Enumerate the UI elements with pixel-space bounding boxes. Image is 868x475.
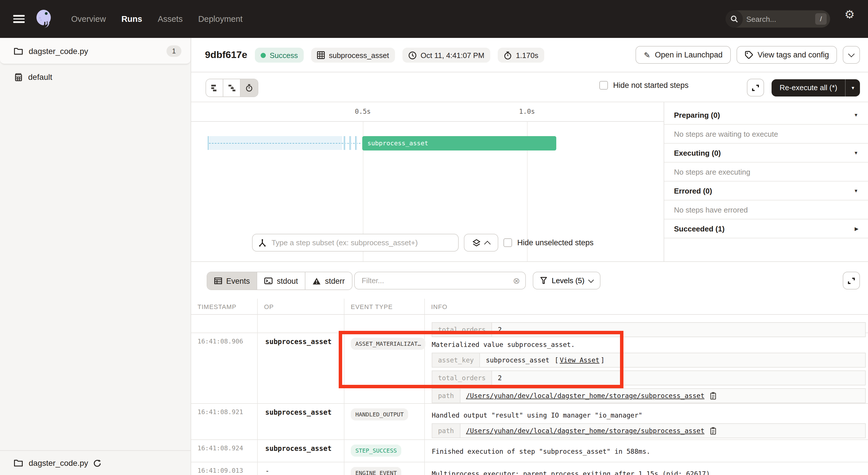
table-icon [214, 277, 222, 285]
metadata-text: 2 [498, 374, 502, 382]
clear-filter-icon[interactable]: ⊗ [513, 275, 520, 286]
status-section-header-4[interactable]: Succeeded (1)▶ [664, 219, 868, 238]
status-section-header-1[interactable]: Preparing (0)▼ [664, 106, 868, 125]
waiting-dashed-line [209, 143, 361, 143]
gantt-fullscreen-button[interactable] [747, 79, 764, 96]
status-section-header-2[interactable]: Executing (0)▼ [664, 144, 868, 162]
terminal-icon [265, 277, 273, 285]
waterfall-view-button[interactable] [223, 79, 241, 96]
cell-event-type: HANDLED_OUTPUT [344, 404, 425, 439]
event-type-badge: STEP_SUCCESS [351, 445, 402, 456]
bracket: [ [551, 356, 559, 364]
log-row: 16:41:08.921subprocess_assetHANDLED_OUTP… [191, 404, 868, 440]
top-nav: OverviewRunsAssetsDeployment / ⚙ [0, 0, 868, 38]
step-bar-subprocess-asset[interactable]: subprocess_asset [362, 136, 556, 150]
dagster-logo[interactable] [33, 8, 55, 30]
event-message: Multiprocess executor: parent process ex… [432, 469, 866, 475]
metadata-key: path [432, 389, 460, 403]
levels-dropdown[interactable]: Levels (5) [533, 272, 600, 290]
metadata-text: 2 [498, 326, 502, 334]
hide-unselected-checkbox[interactable] [503, 238, 512, 247]
folder-icon [14, 459, 23, 467]
re-execute-split-button: Re-execute all (*) ▾ [772, 79, 860, 96]
search-box[interactable]: / [725, 10, 830, 28]
re-execute-dropdown-button[interactable]: ▾ [846, 85, 860, 90]
cell-op: subprocess_asset [258, 333, 344, 403]
sidebar: dagster_code.py 1 default dagster_code.p… [0, 38, 191, 475]
path-link[interactable]: /Users/yuhan/dev/local/dagster_home/stor… [466, 392, 704, 400]
tab-stdout[interactable]: stdout [257, 272, 306, 290]
waiting-tick [350, 136, 351, 150]
run-actions-chevron-button[interactable] [843, 46, 860, 64]
logs-fullscreen-button[interactable] [843, 272, 860, 290]
chevron-down-icon [848, 51, 855, 57]
sidebar-code-location[interactable]: dagster_code.py 1 [0, 38, 191, 64]
open-in-launchpad-button[interactable]: ✎ Open in Launchpad [636, 46, 731, 64]
metadata-value: /Users/yuhan/dev/local/dagster_home/stor… [460, 424, 865, 438]
status-section-body: No steps are waiting to execute [664, 125, 868, 144]
dagster-run-page: OverviewRunsAssetsDeployment / ⚙ dagster… [0, 0, 868, 475]
cell-event-type: ASSET_MATERIALIZAT… [344, 333, 425, 403]
cell-op: - [258, 463, 344, 475]
metadata-key: path [432, 424, 460, 438]
footer-code-location-label: dagster_code.py [29, 458, 88, 468]
nav-link-deployment[interactable]: Deployment [198, 14, 243, 24]
repository-label: default [28, 72, 52, 82]
chevron-up-icon [484, 241, 491, 247]
metadata-entry-asset_key: asset_keysubprocess_asset [View Asset] [432, 353, 866, 367]
pencil-icon: ✎ [644, 50, 650, 59]
nav-link-runs[interactable]: Runs [121, 14, 143, 24]
re-execute-all-button[interactable]: Re-execute all (*) [772, 83, 845, 92]
gear-icon[interactable]: ⚙ [844, 7, 855, 21]
tag-icon [744, 51, 753, 59]
run-id: 9dbf617e [205, 50, 247, 61]
status-section-body: No steps have errored [664, 201, 868, 219]
status-dot-icon [260, 53, 266, 58]
tab-stderr[interactable]: stderr [305, 272, 352, 290]
nav-link-assets[interactable]: Assets [158, 14, 183, 24]
events-table-header: TIMESTAMPOPEVENT TYPEINFO [191, 299, 868, 315]
grid-icon [317, 51, 325, 59]
flat-view-button[interactable] [206, 79, 223, 96]
logs-toolbar: Eventsstdoutstderr ⊗ Levels (5) [191, 262, 868, 299]
hide-unselected-label: Hide unselected steps [517, 238, 594, 247]
cell-timestamp: 16:41:08.906 [191, 333, 258, 403]
step-subset-input[interactable] [270, 238, 453, 247]
tab-label: stderr [325, 276, 345, 285]
view-asset-link[interactable]: View Asset [560, 356, 600, 364]
search-input[interactable] [743, 14, 815, 23]
code-location-label: dagster_code.py [29, 46, 88, 55]
status-section-body: No steps are executing [664, 162, 868, 181]
graph-query-toggle-button[interactable] [464, 234, 498, 251]
path-link[interactable]: /Users/yuhan/dev/local/dagster_home/stor… [466, 427, 704, 435]
copy-icon[interactable] [710, 392, 716, 400]
nav-links: OverviewRunsAssetsDeployment [71, 14, 243, 24]
cell-info: Handled output "result" using IO manager… [425, 404, 868, 439]
log-row: total_orders2 [191, 315, 868, 333]
nav-link-overview[interactable]: Overview [71, 14, 106, 24]
waiting-tick [355, 136, 357, 150]
copy-icon[interactable] [710, 427, 716, 435]
column-header-info: INFO [425, 299, 868, 314]
menu-icon[interactable] [13, 15, 25, 23]
hide-not-started-checkbox[interactable] [599, 81, 608, 90]
sidebar-item-default[interactable]: default [0, 64, 191, 90]
search-shortcut-key: / [815, 13, 827, 25]
tab-Events[interactable]: Events [207, 272, 257, 290]
event-message: Finished execution of step "subprocess_a… [432, 447, 866, 456]
timed-view-button[interactable] [241, 79, 258, 96]
chevron-down-icon [588, 277, 594, 283]
cell-event-type: ENGINE_EVENT [344, 463, 425, 475]
status-section-header-3[interactable]: Errored (0)▼ [664, 181, 868, 201]
cell-timestamp: 16:41:09.013 [191, 463, 258, 475]
asset-tag[interactable]: subprocess_asset [311, 48, 395, 63]
view-mode-segmented-control [206, 79, 258, 97]
log-filter-box: ⊗ [354, 272, 526, 290]
cell-event-type: STEP_SUCCESS [344, 440, 425, 462]
log-filter-input[interactable] [355, 276, 513, 285]
run-header: 9dbf617e Success subprocess_asset Oct 11… [191, 38, 868, 72]
view-tags-config-button[interactable]: View tags and config [736, 46, 837, 64]
reload-icon[interactable] [93, 458, 101, 467]
cell-info: Multiprocess executor: parent process ex… [425, 463, 868, 475]
status-section-title: Succeeded (1) [674, 224, 724, 233]
